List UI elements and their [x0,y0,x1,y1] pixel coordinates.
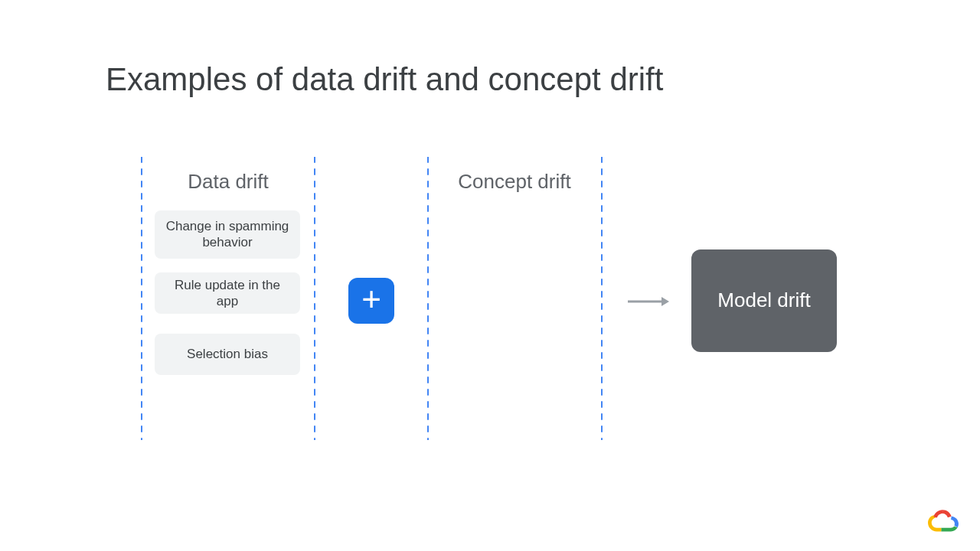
slide-title: Examples of data drift and concept drift [106,61,663,98]
pill-label: Selection bias [187,346,268,362]
result-label: Model drift [717,288,810,314]
column-heading-data-drift: Data drift [144,170,312,194]
column-heading-concept-drift: Concept drift [430,170,599,194]
data-drift-item: Rule update in the app [155,272,300,314]
data-drift-item: Change in spamming behavior [155,210,300,259]
google-cloud-logo-icon [928,507,959,533]
result-box: Model drift [691,249,837,352]
pill-label: Rule update in the app [164,277,291,310]
pill-label: Change in spamming behavior [164,218,291,251]
plus-icon: + [361,282,381,316]
slide: Examples of data drift and concept drift… [0,0,980,551]
data-drift-item: Selection bias [155,334,300,375]
svg-marker-5 [662,297,669,306]
arrow-icon [628,294,669,309]
plus-operator: + [348,278,394,324]
